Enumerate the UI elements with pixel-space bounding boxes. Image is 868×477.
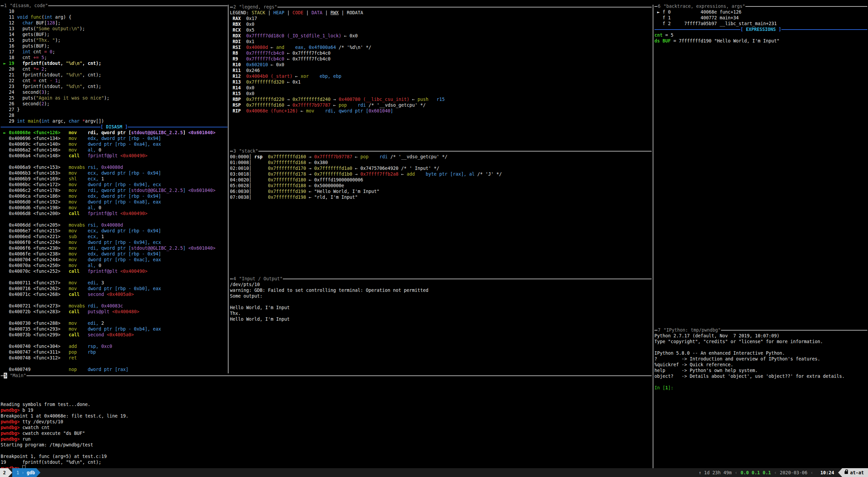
terminal-line: 0x400730 <func+288> mov edi, 2: [1, 320, 228, 326]
clock: 10:24: [816, 470, 838, 475]
terminal-line: 0x400748 <func+312> ret: [1, 355, 228, 361]
terminal-line: RCX 0x5: [230, 27, 652, 33]
terminal-blank-line: [1, 297, 228, 303]
terminal-line: 0x400711 <func+257> mov edi, 3: [1, 280, 228, 286]
tmux-status-bar: 2 1 › gdb ↑ 1d 23h 49m ‹ 0.0 0.1 0.1 ‹ 2…: [0, 468, 868, 477]
terminal-line: 24 second(3);: [1, 89, 228, 95]
pane-stack[interactable]: 3 "stack"00:0000│ rsp 0x7fffffffd160 → 0…: [230, 148, 652, 200]
terminal-line: Reading symbols from test...done.: [1, 402, 652, 407]
lock-icon: [845, 471, 848, 474]
terminal-line: 0x4006d6 <func+198> mov al, 0: [1, 205, 228, 211]
load-average: 0.0 0.1 0.1: [741, 470, 771, 475]
terminal-line: R13 0x7fffffffd320 ← 0x1: [230, 79, 652, 85]
terminal-line: R15 0x0: [230, 91, 652, 96]
pane-divider-vertical-left[interactable]: [228, 5, 229, 373]
terminal-line: Hello World, I'm Input: [230, 305, 652, 311]
terminal-line: 11 void func(int arg) {: [1, 14, 228, 20]
pane-title: 6 "backtrace, expressions, args": [654, 3, 867, 9]
terminal-line: In [1]:: [654, 385, 867, 391]
terminal-line: RSI 0x40080d ← and eax, 0x4f000a64 /* '%…: [230, 45, 652, 50]
terminal-line: 0x400704 <func+244> mov dword ptr [rbp -…: [1, 257, 228, 263]
terminal-line: 0x4006ca <func+186> mov edx, dword ptr […: [1, 193, 228, 199]
terminal-line: Some output:: [230, 293, 652, 299]
terminal-line: 13 puts("Some output:\n");: [1, 26, 228, 32]
pane-disasm-code[interactable]: 1 "disasm, code" 10 11 void func(int arg…: [1, 3, 228, 372]
terminal-line: 0x4006f0 <func+224> mov dword ptr [rbp -…: [1, 240, 228, 245]
terminal-line: Thx.: [230, 311, 652, 316]
terminal-line: 17 int cnt = 0;: [1, 49, 228, 55]
pane-legend-regs[interactable]: 2 "legend, regs"LEGEND: STACK | HEAP | C…: [230, 4, 652, 114]
terminal-line: R11 0x246: [230, 68, 652, 73]
terminal-blank-line: [1, 448, 652, 454]
terminal-line: 0x4006fe <func+238> mov edx, dword ptr […: [1, 251, 228, 257]
terminal-blank-line: [230, 299, 652, 305]
chevron-left-icon: ‹: [732, 470, 741, 475]
terminal-line: 12 char BUF[128];: [1, 20, 228, 26]
terminal-line: 0x400747 <func+311> pop rbp: [1, 349, 228, 355]
pane-backtrace-expressions[interactable]: 6 "backtrace, expressions, args" ► f 0 4…: [654, 3, 867, 44]
terminal-line: 0x4006c2 <func+178> mov rdi, qword ptr […: [1, 188, 228, 193]
terminal-line: R12 0x4004b0 (_start) ← xor ebp, ebp: [230, 73, 652, 79]
terminal-line: 10: [1, 8, 228, 14]
terminal-line: 0x40070a <func+250> mov al, 0: [1, 263, 228, 268]
terminal-line: RDX 0x7ffff7dd18c0 (_IO_stdfile_1_lock) …: [230, 33, 652, 39]
pane-input-output[interactable]: 4 "Input / Output"/dev/pts/10warning: GD…: [230, 276, 652, 322]
terminal-line: 0x40072b <func+283> call puts@plt <0x400…: [1, 309, 228, 315]
powerline-arrow-icon: [8, 468, 12, 477]
uptime-indicator: ↑ 1d 23h 49m: [699, 470, 732, 475]
pane-divider-vertical-right[interactable]: [653, 5, 653, 468]
terminal-line: Type "copyright", "credits" or "license"…: [654, 339, 867, 344]
terminal-line: object? -> Details about 'object', use '…: [654, 373, 867, 379]
status-left: 2 1 › gdb: [0, 468, 40, 477]
terminal-blank-line: [654, 379, 867, 385]
terminal-line: 04:0020│ 0x7fffffffd180 ← 0xffffd1900000…: [230, 177, 652, 183]
terminal-line: 23 fprintf(stdout, "%d\n", cnt);: [1, 84, 228, 89]
pane-main-gdb-console[interactable]: 5 "Main"Reading symbols from test...done…: [1, 373, 652, 471]
terminal-line: 0x4006bc <func+172> mov dword ptr [rbp -…: [1, 182, 228, 188]
terminal-line: 25 puts("Again as it was so nice");: [1, 95, 228, 101]
terminal-line: RBX 0x0: [230, 21, 652, 27]
terminal-line: f 2 7ffff7a05b97 __libc_start_main+231: [654, 21, 867, 26]
terminal-line: 0x4006b9 <func+169> shl ecx, 1: [1, 176, 228, 182]
terminal-line: IPython 5.8.0 -- An enhanced Interactive…: [654, 350, 867, 356]
terminal-line: R10 0x602010 ← 0x0: [230, 62, 652, 68]
terminal-line: 0x4006a2 <func+146> mov al, 0: [1, 147, 228, 153]
window-name: gdb: [26, 468, 35, 477]
pane-title: 5 "Main": [1, 373, 652, 378]
date-indicator: 2020-03-06: [780, 470, 807, 475]
terminal-line: 0x4006dd <func+205> movabs rsi, 0x40080d: [1, 222, 228, 228]
terminal-line: pwndbg> run: [1, 436, 652, 442]
terminal-blank-line: [654, 344, 867, 350]
terminal-line: 03:0018│ 0x7fffffffd178 → 0x7fffffffd1b0…: [230, 171, 652, 177]
terminal-line: RIP 0x40068e (func+126) ← mov rdi, qword…: [230, 108, 652, 114]
terminal-line: 0x40070c <func+252> call fprintf@plt <0x…: [1, 268, 228, 274]
terminal-line: RDI 0x1: [230, 39, 652, 45]
terminal-blank-line: [1, 216, 228, 222]
terminal-blank-line: [1, 274, 228, 280]
chevron-left-icon: ‹: [808, 470, 816, 475]
terminal-line: warning: GDB: Failed to set controlling …: [230, 287, 652, 293]
terminal-line: Python 2.7.17 (default, Nov 7 2019, 10:0…: [654, 333, 867, 339]
tmux-session-badge[interactable]: 2: [0, 468, 8, 477]
tmux-window-tab-gdb[interactable]: 1 › gdb: [12, 468, 36, 477]
terminal-line: 14 gets(BUF);: [1, 32, 228, 37]
terminal-line: 0x4006f6 <func+230> mov rdi, qword ptr […: [1, 245, 228, 251]
terminal-line: 29 int main(int argc, char *argv[]): [1, 118, 228, 124]
terminal-line: RBP 0x7fffffffd220 → 0x7fffffffd240 → 0x…: [230, 96, 652, 102]
terminal-line: R9 0x7ffff7fcb4c0 ← 0x7ffff7fcb4c0: [230, 56, 652, 62]
chevron-right-icon: ›: [19, 468, 26, 477]
powerline-arrow-icon: [36, 468, 40, 477]
hostname-badge: at-at: [842, 468, 868, 477]
terminal-blank-line: [1, 159, 228, 164]
terminal-line: 0x4006d0 <func+192> mov dword ptr [rbp -…: [1, 199, 228, 205]
terminal-line: 28: [1, 112, 228, 118]
chevron-left-icon: ‹: [771, 470, 780, 475]
terminal-line: 0x4006a9 <func+153> movabs rsi, 0x40080d: [1, 164, 228, 170]
window-index: 1: [16, 468, 19, 477]
pane-ipython[interactable]: 7 "IPython: tmp/pwndbg"Python 2.7.17 (de…: [654, 327, 867, 391]
terminal-line: Hello World, I'm Input: [230, 316, 652, 322]
terminal-line: 0x400740 <func+304> add rsp, 0xc0: [1, 343, 228, 349]
pane-title: 2 "legend, regs": [230, 4, 652, 10]
terminal-line: 0x40071c <func+268> call second <0x4005a…: [1, 292, 228, 297]
session-number: 2: [3, 468, 6, 477]
